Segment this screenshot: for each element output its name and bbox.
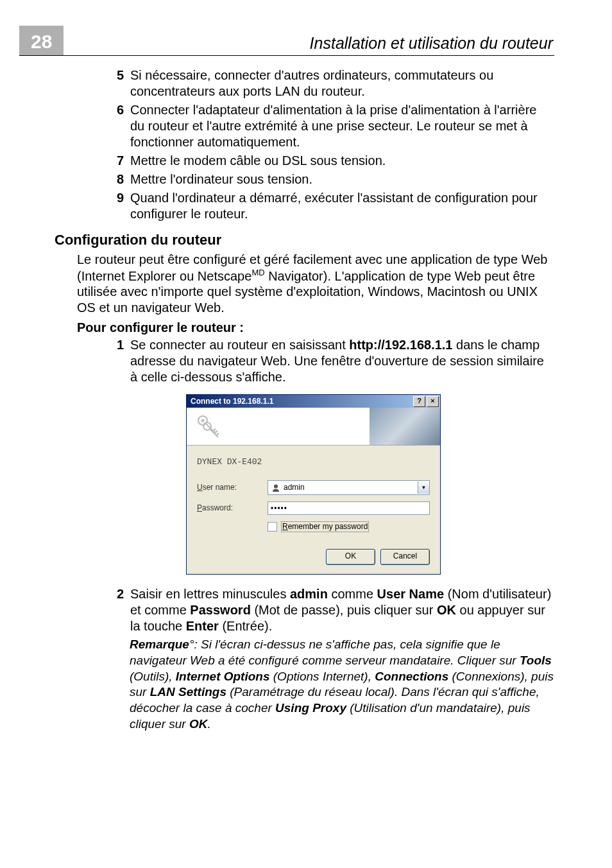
step-text: Se connecter au routeur en saisissant ht…	[130, 337, 554, 385]
text: (Outils),	[130, 670, 176, 683]
step-2: 2 Saisir en lettres minuscules admin com…	[106, 586, 554, 634]
step-1: 1 Se connecter au routeur en saisissant …	[106, 337, 554, 385]
text: Saisir en lettres minuscules	[130, 587, 290, 601]
step-text: Connecter l'adaptateur d'alimentation à …	[130, 102, 554, 150]
degree: °	[189, 638, 194, 651]
realm-text: DYNEX DX-E402	[197, 457, 430, 467]
remark-note: Remarque°: Si l'écran ci-dessus ne s'aff…	[130, 637, 554, 732]
step-text: Mettre l'ordinateur sous tension.	[130, 171, 554, 187]
sub-title: Pour configurer le routeur :	[77, 320, 554, 336]
intro-paragraph: Le routeur peut être configuré et géré f…	[77, 252, 554, 317]
step-number: 7	[106, 153, 130, 169]
bold: OK	[437, 603, 456, 617]
step-number: 2	[106, 586, 130, 634]
bold: admin	[290, 587, 328, 601]
dialog-titlebar: Connect to 192.168.1.1 ? ×	[187, 395, 440, 408]
step-number: 1	[106, 337, 130, 385]
step-text: Mettre le modem câble ou DSL sous tensio…	[130, 153, 554, 169]
bold: Internet Options	[176, 670, 270, 683]
username-value: admin	[284, 483, 418, 492]
text: (Mot de passe), puis cliquer sur	[251, 603, 437, 617]
bold: Enter	[186, 619, 219, 633]
step-number: 6	[106, 102, 130, 150]
text: comme	[328, 587, 377, 601]
page-number-tab: 28	[19, 26, 64, 55]
step-number: 5	[106, 67, 130, 100]
login-dialog: Connect to 192.168.1.1 ? ×	[186, 394, 441, 575]
step-text: Saisir en lettres minuscules admin comme…	[130, 586, 554, 634]
remember-label: Remember my password	[281, 521, 369, 532]
header-title: Installation et utilisation du routeur	[64, 34, 554, 55]
step-number: 8	[106, 171, 130, 187]
text: (Entrée).	[219, 619, 272, 633]
svg-point-3	[274, 484, 278, 488]
page-header: 28 Installation et utilisation du routeu…	[19, 26, 554, 56]
step-9: 9 Quand l'ordinateur a démarré, exécuter…	[106, 190, 554, 222]
bold: Tools	[520, 654, 552, 667]
section-title: Configuration du routeur	[55, 231, 554, 249]
bold: Using Proxy	[275, 701, 346, 715]
help-button[interactable]: ?	[413, 396, 425, 407]
keys-icon	[192, 410, 224, 442]
username-combo[interactable]: admin ▼	[268, 480, 430, 495]
password-input[interactable]	[268, 501, 430, 515]
bold: OK	[189, 717, 208, 731]
step-text: Si nécessaire, connecter d'autres ordina…	[130, 67, 554, 100]
remark-lead: Remarque	[130, 638, 189, 651]
dialog-banner	[187, 408, 440, 446]
cancel-button[interactable]: Cancel	[380, 549, 430, 565]
password-label: Password:	[197, 503, 268, 513]
bold: User Name	[377, 587, 445, 601]
username-label: User name:	[197, 483, 268, 492]
user-icon	[271, 483, 281, 493]
step-7: 7 Mettre le modem câble ou DSL sous tens…	[106, 153, 554, 169]
step-text: Quand l'ordinateur a démarré, exécuter l…	[130, 190, 554, 222]
step-number: 9	[106, 190, 130, 222]
bold: Connections	[375, 670, 448, 683]
trademark-sup: MD	[251, 268, 264, 277]
step-6: 6 Connecter l'adaptateur d'alimentation …	[106, 102, 554, 150]
ok-button[interactable]: OK	[326, 549, 375, 565]
banner-graphic	[370, 408, 440, 445]
text: .	[207, 717, 210, 731]
step-8: 8 Mettre l'ordinateur sous tension.	[106, 171, 554, 187]
text: (Options Internet),	[270, 670, 375, 683]
chevron-down-icon[interactable]: ▼	[418, 482, 429, 494]
dialog-title: Connect to 192.168.1.1	[191, 397, 412, 406]
svg-point-1	[201, 419, 205, 422]
text: Se connecter au routeur en saisissant	[130, 338, 349, 352]
step-5: 5 Si nécessaire, connecter d'autres ordi…	[106, 67, 554, 100]
bold: Password	[190, 603, 250, 617]
bold: LAN Settings	[150, 685, 226, 699]
url-bold: http://192.168.1.1	[349, 338, 452, 352]
remember-checkbox[interactable]	[268, 522, 277, 532]
close-button[interactable]: ×	[427, 396, 439, 407]
